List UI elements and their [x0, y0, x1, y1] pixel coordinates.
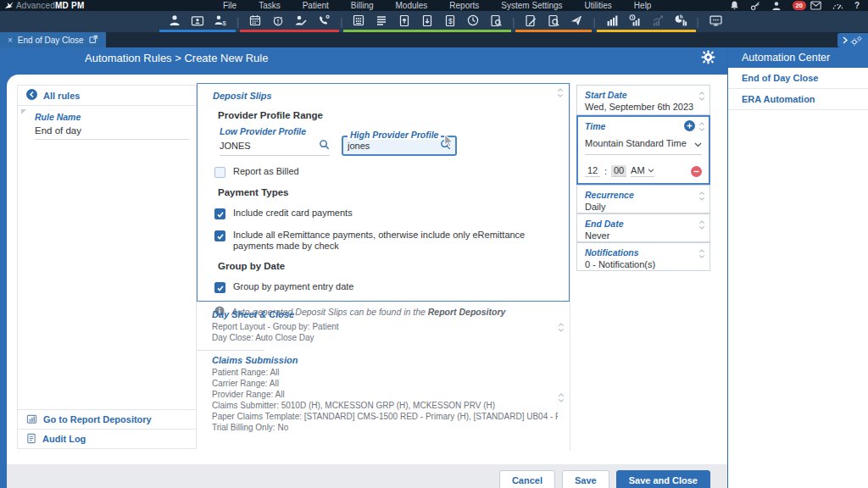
provider-signoff-icon[interactable]: [294, 14, 308, 27]
include-eremittance-checkbox[interactable]: Include all eRemittance payments, otherw…: [214, 230, 557, 252]
section-expander-icon[interactable]: [558, 393, 565, 402]
minute-input[interactable]: [611, 165, 626, 177]
include-credit-card-checkbox[interactable]: Include credit card payments: [214, 208, 557, 219]
menu-tasks[interactable]: Tasks: [259, 1, 281, 10]
app-window: AdvancedMD PM File Tasks Patient Billing…: [0, 0, 868, 488]
group-by-payment-entry-date-checkbox[interactable]: Group by payment entry date: [214, 281, 557, 293]
section-expander-icon[interactable]: [698, 220, 705, 230]
high-provider-profile-input[interactable]: [348, 141, 440, 151]
charge-out-icon[interactable]: [398, 14, 411, 27]
automation-center-toggle[interactable]: [837, 33, 868, 47]
timezone-select[interactable]: Mountain Standard Time: [585, 136, 702, 155]
svg-text:$: $: [448, 17, 453, 25]
time-clock-icon[interactable]: [466, 14, 480, 27]
trend-chart-icon[interactable]: [651, 14, 665, 27]
all-rules-label: All rules: [43, 91, 80, 101]
checkbox-label: Group by payment entry date: [233, 281, 353, 292]
search-icon[interactable]: [319, 138, 330, 153]
document-review-icon[interactable]: [489, 14, 503, 27]
alarm-icon[interactable]: [271, 14, 285, 27]
corner-marker: [21, 109, 26, 114]
deposit-slips-section[interactable]: Deposit Slips Provider Profile Range Low…: [197, 83, 570, 302]
tab-close-icon[interactable]: ×: [8, 36, 13, 45]
claims-submission-section[interactable]: Claims Submission Patient Range: All Car…: [197, 351, 570, 451]
transactions-list-icon[interactable]: [375, 14, 388, 27]
menu-utilities[interactable]: Utilities: [585, 1, 612, 10]
section-expander-icon[interactable]: [698, 122, 705, 131]
start-date-section[interactable]: Start Date Wed, September 6th 2023: [576, 85, 710, 115]
menu-reports[interactable]: Reports: [449, 1, 479, 10]
end-date-section[interactable]: End Date Never: [576, 214, 710, 242]
envelope-icon[interactable]: [810, 1, 821, 10]
notifications-section[interactable]: Notifications 0 - Notification(s): [576, 242, 710, 271]
checkbox-checked[interactable]: [214, 230, 225, 241]
checkbox-checked[interactable]: [214, 282, 225, 293]
checkbox-unchecked[interactable]: [214, 167, 225, 178]
remove-time-button[interactable]: [691, 166, 702, 177]
keypad-icon[interactable]: [352, 14, 365, 27]
external-link-icon[interactable]: [89, 35, 98, 46]
audit-log-link[interactable]: Audit Log: [18, 429, 196, 448]
low-provider-profile-input[interactable]: [220, 141, 319, 151]
automation-center-title: Automation Center: [728, 47, 868, 68]
automation-center-panel: Automation Center End of Day Close ERA A…: [727, 47, 868, 488]
svg-text:$: $: [223, 19, 227, 27]
chart-clock-icon[interactable]: [628, 14, 642, 27]
section-expander-icon[interactable]: [558, 323, 565, 332]
section-expander-icon[interactable]: [698, 191, 705, 201]
send-icon[interactable]: [570, 14, 583, 27]
search-icon[interactable]: [440, 138, 451, 153]
menu-modules[interactable]: Modules: [396, 1, 428, 10]
add-time-button[interactable]: [684, 120, 695, 131]
patient-folder-icon[interactable]: [191, 14, 204, 27]
high-provider-profile-label: High Provider Profile: [348, 130, 441, 140]
icon-toolbar: $ | | $ |: [0, 11, 868, 32]
summary-line: Day Close: Auto Close Day: [212, 332, 558, 343]
settings-gear-icon[interactable]: [701, 50, 715, 68]
patient-icon[interactable]: [168, 14, 181, 27]
phone-icon[interactable]: [317, 14, 331, 27]
go-to-report-depository-link[interactable]: Go to Report Depository: [18, 409, 196, 429]
appointment-calendar-icon[interactable]: [248, 14, 262, 27]
document-inspect-icon[interactable]: [547, 14, 560, 27]
key-icon[interactable]: [750, 1, 760, 11]
end-date-value: Never: [585, 230, 702, 241]
menu-help[interactable]: Help: [634, 1, 652, 10]
report-as-billed-checkbox[interactable]: Report as Billed: [214, 166, 557, 178]
menu-system-settings[interactable]: System Settings: [501, 1, 562, 10]
sidebar-item-era-automation[interactable]: ERA Automation: [728, 89, 868, 110]
section-expander-icon[interactable]: [698, 92, 705, 101]
charge-in-icon[interactable]: [420, 14, 434, 27]
day-sheet-close-section[interactable]: Day Sheet & Close Report Layout - Group …: [197, 305, 570, 351]
tab-end-of-day-close[interactable]: × End of Day Close: [0, 32, 106, 47]
bell-icon[interactable]: [730, 0, 739, 11]
pie-chart-icon[interactable]: [674, 14, 687, 27]
save-button[interactable]: Save: [562, 470, 609, 488]
save-and-close-button[interactable]: Save and Close: [616, 470, 710, 488]
meridiem-select[interactable]: AM: [631, 165, 654, 177]
bar-chart-icon[interactable]: [605, 14, 619, 27]
checkbox-checked[interactable]: [214, 208, 225, 219]
rule-name-input[interactable]: [35, 123, 189, 140]
page-header: Automation Rules > Create New Rule: [0, 47, 727, 68]
back-to-all-rules[interactable]: All rules: [18, 86, 196, 106]
menu-file[interactable]: File: [223, 1, 236, 10]
cancel-button[interactable]: Cancel: [499, 470, 555, 488]
section-expander-icon[interactable]: [557, 88, 564, 97]
chevron-down-icon: [694, 136, 702, 151]
time-section[interactable]: Time Mountain Standard Time : AM: [576, 115, 710, 185]
user-icon[interactable]: [771, 1, 782, 11]
help-icon[interactable]: ?: [854, 1, 860, 10]
section-expander-icon[interactable]: [698, 249, 705, 258]
payment-slip-icon[interactable]: $: [443, 14, 457, 27]
workstation-monitor-icon[interactable]: [709, 14, 723, 27]
menu-patient[interactable]: Patient: [303, 1, 329, 10]
page-title: Automation Rules > Create New Rule: [85, 52, 268, 64]
patient-payment-icon[interactable]: $: [214, 14, 227, 27]
hour-input[interactable]: [585, 165, 600, 177]
menu-billing[interactable]: Billing: [351, 1, 374, 10]
document-edit-icon[interactable]: [524, 14, 537, 27]
sidebar-item-end-of-day-close[interactable]: End of Day Close: [728, 68, 868, 89]
recurrence-section[interactable]: Recurrence Daily: [576, 185, 710, 214]
gauge-icon[interactable]: [832, 1, 843, 10]
